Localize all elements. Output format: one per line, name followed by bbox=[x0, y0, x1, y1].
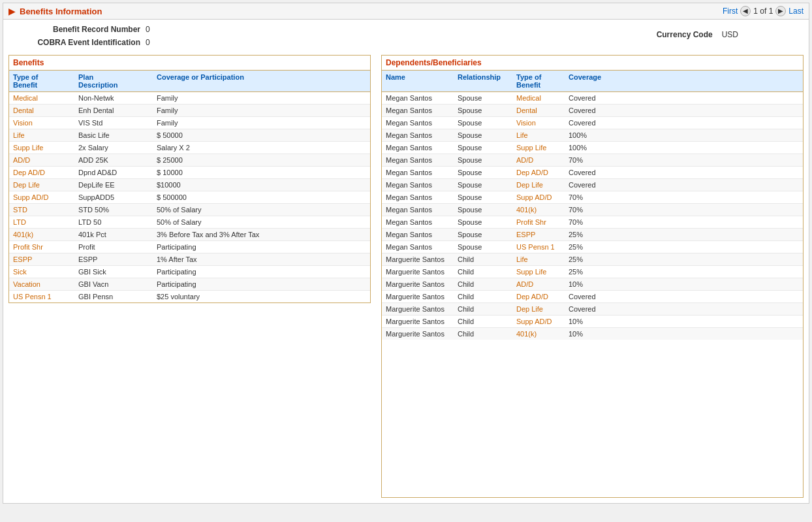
dep-name-cell: Megan Santos bbox=[382, 204, 454, 216]
dep-coverage-cell: 70% bbox=[565, 191, 610, 203]
dep-type-cell: Supp AD/D bbox=[512, 316, 565, 327]
benefit-record-value: 0 bbox=[146, 25, 150, 34]
benefit-coverage-cell: 1% After Tax bbox=[153, 253, 370, 265]
list-item: Megan Santos Spouse Dep AD/D Covered bbox=[382, 167, 803, 179]
cobra-label: COBRA Event Identification bbox=[15, 38, 146, 47]
dep-relationship-cell: Spouse bbox=[454, 179, 512, 191]
benefits-table: Benefits Type ofBenefit PlanDescription … bbox=[8, 55, 371, 303]
benefit-type-cell: Medical bbox=[9, 92, 74, 104]
dep-col-type: Type ofBenefit bbox=[512, 71, 565, 91]
table-row: AD/D ADD 25K $ 25000 bbox=[9, 154, 370, 167]
dep-relationship-cell: Spouse bbox=[454, 241, 512, 253]
benefit-type-cell: Dep Life bbox=[9, 179, 74, 191]
dep-coverage-cell: 10% bbox=[565, 278, 610, 290]
last-button[interactable]: Last bbox=[789, 7, 804, 16]
benefit-type-cell: Dental bbox=[9, 105, 74, 116]
benefit-type-cell: Life bbox=[9, 129, 74, 141]
benefit-plan-cell: Enh Dental bbox=[74, 105, 153, 116]
dep-relationship-cell: Child bbox=[454, 303, 512, 315]
benefit-plan-cell: DepLife EE bbox=[74, 179, 153, 191]
table-row: Life Basic Life $ 50000 bbox=[9, 129, 370, 142]
dep-coverage-cell: Covered bbox=[565, 117, 610, 129]
dep-coverage-cell: Covered bbox=[565, 167, 610, 178]
benefit-plan-cell: SuppADD5 bbox=[74, 191, 153, 203]
dep-relationship-cell: Spouse bbox=[454, 129, 512, 141]
dep-type-cell: Life bbox=[512, 129, 565, 141]
dep-coverage-cell: 70% bbox=[565, 154, 610, 166]
page-info: 1 of 1 bbox=[753, 7, 773, 16]
benefit-coverage-cell: Family bbox=[153, 92, 370, 104]
dep-type-cell: Dep Life bbox=[512, 303, 565, 315]
table-row: Profit Shr Profit Participating bbox=[9, 241, 370, 253]
dep-type-cell: Medical bbox=[512, 92, 565, 104]
dep-name-cell: Megan Santos bbox=[382, 117, 454, 129]
dep-type-cell: US Pensn 1 bbox=[512, 241, 565, 253]
dependents-header: Dependents/Beneficiaries bbox=[382, 56, 803, 71]
benefit-plan-cell: GBI Vacn bbox=[74, 278, 153, 290]
dep-col-coverage: Coverage bbox=[565, 71, 610, 91]
dep-coverage-cell: Covered bbox=[565, 291, 610, 302]
right-fields: Currency Code USD bbox=[587, 25, 804, 51]
dep-type-cell: 401(k) bbox=[512, 204, 565, 216]
benefit-coverage-cell: 50% of Salary bbox=[153, 216, 370, 228]
table-row: ESPP ESPP 1% After Tax bbox=[9, 253, 370, 266]
dependents-table: Dependents/Beneficiaries Name Relationsh… bbox=[381, 55, 804, 498]
dep-name-cell: Megan Santos bbox=[382, 191, 454, 203]
benefit-coverage-cell: 3% Before Tax and 3% After Tax bbox=[153, 229, 370, 240]
benefits-header: Benefits bbox=[9, 56, 370, 71]
benefit-type-cell: Supp AD/D bbox=[9, 191, 74, 203]
dep-relationship-cell: Spouse bbox=[454, 92, 512, 104]
benefit-plan-cell: Non-Netwk bbox=[74, 92, 153, 104]
list-item: Megan Santos Spouse Life 100% bbox=[382, 129, 803, 142]
dep-name-cell: Megan Santos bbox=[382, 105, 454, 116]
benefit-plan-cell: LTD 50 bbox=[74, 216, 153, 228]
dep-type-cell: Profit Shr bbox=[512, 216, 565, 228]
title-bar: ▶ Benefits Information First ◀ 1 of 1 ▶ … bbox=[3, 3, 809, 20]
dep-coverage-cell: 100% bbox=[565, 129, 610, 141]
dep-name-cell: Marguerite Santos bbox=[382, 291, 454, 302]
dep-relationship-cell: Spouse bbox=[454, 167, 512, 178]
list-item: Marguerite Santos Child 401(k) 10% bbox=[382, 328, 803, 340]
benefit-coverage-cell: $ 25000 bbox=[153, 154, 370, 166]
dep-name-cell: Marguerite Santos bbox=[382, 303, 454, 315]
benefits-rows: Medical Non-Netwk Family Dental Enh Dent… bbox=[9, 92, 370, 302]
next-arrow[interactable]: ▶ bbox=[775, 6, 786, 16]
dep-type-cell: Supp AD/D bbox=[512, 191, 565, 203]
dep-coverage-cell: 25% bbox=[565, 253, 610, 265]
dep-name-cell: Megan Santos bbox=[382, 216, 454, 228]
list-item: Megan Santos Spouse 401(k) 70% bbox=[382, 204, 803, 216]
col-coverage-header: Coverage or Participation bbox=[153, 71, 370, 91]
dep-col-relationship: Relationship bbox=[454, 71, 512, 91]
dep-relationship-cell: Spouse bbox=[454, 229, 512, 240]
list-item: Megan Santos Spouse US Pensn 1 25% bbox=[382, 241, 803, 253]
prev-arrow[interactable]: ◀ bbox=[740, 6, 751, 16]
dep-type-cell: Dep AD/D bbox=[512, 167, 565, 178]
benefit-type-cell: Profit Shr bbox=[9, 241, 74, 253]
list-item: Megan Santos Spouse ESPP 25% bbox=[382, 229, 803, 241]
benefit-plan-cell: Profit bbox=[74, 241, 153, 253]
table-row: US Pensn 1 GBI Pensn $25 voluntary bbox=[9, 291, 370, 302]
dep-type-cell: Dep Life bbox=[512, 179, 565, 191]
benefit-type-cell: Vacation bbox=[9, 278, 74, 290]
dep-type-cell: Supp Life bbox=[512, 142, 565, 154]
dep-relationship-cell: Child bbox=[454, 266, 512, 278]
benefit-coverage-cell: Participating bbox=[153, 241, 370, 253]
first-button[interactable]: First bbox=[723, 7, 738, 16]
dep-type-cell: 401(k) bbox=[512, 328, 565, 340]
cobra-row: COBRA Event Identification 0 bbox=[8, 38, 150, 47]
dep-name-cell: Marguerite Santos bbox=[382, 266, 454, 278]
dep-coverage-cell: Covered bbox=[565, 179, 610, 191]
col-plan-header: PlanDescription bbox=[74, 71, 153, 91]
benefit-plan-cell: ESPP bbox=[74, 253, 153, 265]
table-row: Dental Enh Dental Family bbox=[9, 105, 370, 117]
list-item: Marguerite Santos Child Supp AD/D 10% bbox=[382, 316, 803, 328]
benefit-coverage-cell: Participating bbox=[153, 266, 370, 278]
benefit-coverage-cell: $10000 bbox=[153, 179, 370, 191]
title-icon: ▶ bbox=[8, 6, 16, 16]
benefit-plan-cell: VIS Std bbox=[74, 117, 153, 129]
title-bar-left: ▶ Benefits Information bbox=[8, 6, 102, 16]
dep-name-cell: Marguerite Santos bbox=[382, 316, 454, 327]
benefit-coverage-cell: Salary X 2 bbox=[153, 142, 370, 154]
benefits-col-headers: Type ofBenefit PlanDescription Coverage … bbox=[9, 71, 370, 92]
list-item: Marguerite Santos Child Life 25% bbox=[382, 253, 803, 266]
